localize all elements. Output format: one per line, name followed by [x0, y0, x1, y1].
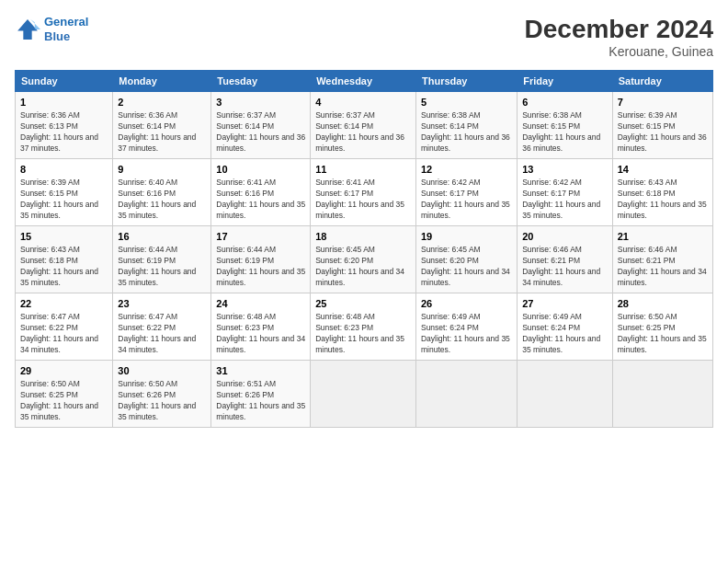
- logo-text: General Blue: [44, 15, 88, 43]
- day-cell: [612, 360, 712, 427]
- col-header-sunday: Sunday: [16, 71, 113, 92]
- header-row: SundayMondayTuesdayWednesdayThursdayFrid…: [16, 71, 713, 92]
- day-number: 7: [618, 96, 708, 109]
- col-header-thursday: Thursday: [415, 71, 517, 92]
- day-cell: 23Sunrise: 6:47 AMSunset: 6:22 PMDayligh…: [113, 293, 211, 360]
- page: General Blue December 2024 Kerouane, Gui…: [0, 0, 728, 563]
- day-number: 9: [118, 163, 206, 177]
- col-header-tuesday: Tuesday: [211, 71, 311, 92]
- day-number: 27: [522, 297, 608, 311]
- day-cell: 14Sunrise: 6:43 AMSunset: 6:18 PMDayligh…: [612, 158, 712, 225]
- day-number: 22: [20, 297, 108, 311]
- day-cell: 31Sunrise: 6:51 AMSunset: 6:26 PMDayligh…: [211, 360, 311, 427]
- day-number: 28: [618, 297, 708, 311]
- logo-icon: [15, 17, 40, 42]
- day-info: Sunrise: 6:36 AMSunset: 6:13 PMDaylight:…: [20, 110, 108, 155]
- day-number: 21: [618, 230, 708, 244]
- day-info: Sunrise: 6:44 AMSunset: 6:19 PMDaylight:…: [118, 245, 206, 289]
- day-number: 16: [118, 230, 206, 244]
- day-info: Sunrise: 6:49 AMSunset: 6:24 PMDaylight:…: [421, 312, 512, 356]
- day-cell: 16Sunrise: 6:44 AMSunset: 6:19 PMDayligh…: [113, 225, 211, 293]
- day-number: 23: [118, 297, 206, 311]
- day-cell: 6Sunrise: 6:38 AMSunset: 6:15 PMDaylight…: [518, 92, 613, 159]
- day-info: Sunrise: 6:37 AMSunset: 6:14 PMDaylight:…: [216, 110, 305, 155]
- day-number: 24: [216, 297, 305, 311]
- day-info: Sunrise: 6:38 AMSunset: 6:14 PMDaylight:…: [421, 110, 512, 155]
- day-cell: 11Sunrise: 6:41 AMSunset: 6:17 PMDayligh…: [311, 158, 416, 225]
- day-number: 17: [216, 230, 305, 244]
- day-cell: 25Sunrise: 6:48 AMSunset: 6:23 PMDayligh…: [311, 293, 416, 360]
- day-cell: 9Sunrise: 6:40 AMSunset: 6:16 PMDaylight…: [113, 158, 211, 225]
- day-cell: 30Sunrise: 6:50 AMSunset: 6:26 PMDayligh…: [113, 360, 211, 427]
- day-cell: 1Sunrise: 6:36 AMSunset: 6:13 PMDaylight…: [16, 92, 113, 159]
- day-info: Sunrise: 6:39 AMSunset: 6:15 PMDaylight:…: [618, 110, 708, 155]
- title-block: December 2024 Kerouane, Guinea: [525, 15, 713, 59]
- main-title: December 2024: [525, 15, 713, 44]
- day-info: Sunrise: 6:41 AMSunset: 6:17 PMDaylight:…: [315, 178, 411, 222]
- day-info: Sunrise: 6:45 AMSunset: 6:20 PMDaylight:…: [421, 245, 512, 289]
- day-cell: 22Sunrise: 6:47 AMSunset: 6:22 PMDayligh…: [16, 293, 113, 360]
- week-row-4: 22Sunrise: 6:47 AMSunset: 6:22 PMDayligh…: [16, 293, 713, 360]
- day-info: Sunrise: 6:49 AMSunset: 6:24 PMDaylight:…: [522, 312, 608, 356]
- week-row-5: 29Sunrise: 6:50 AMSunset: 6:25 PMDayligh…: [16, 360, 713, 427]
- col-header-saturday: Saturday: [612, 71, 712, 92]
- day-cell: 26Sunrise: 6:49 AMSunset: 6:24 PMDayligh…: [415, 293, 517, 360]
- day-info: Sunrise: 6:43 AMSunset: 6:18 PMDaylight:…: [20, 245, 108, 289]
- day-number: 12: [421, 163, 512, 177]
- day-cell: 10Sunrise: 6:41 AMSunset: 6:16 PMDayligh…: [211, 158, 311, 225]
- day-number: 10: [216, 163, 305, 177]
- day-cell: 27Sunrise: 6:49 AMSunset: 6:24 PMDayligh…: [518, 293, 613, 360]
- day-cell: 8Sunrise: 6:39 AMSunset: 6:15 PMDaylight…: [16, 158, 113, 225]
- day-info: Sunrise: 6:51 AMSunset: 6:26 PMDaylight:…: [216, 379, 305, 423]
- day-cell: 12Sunrise: 6:42 AMSunset: 6:17 PMDayligh…: [415, 158, 517, 225]
- day-number: 26: [421, 297, 512, 311]
- day-number: 15: [20, 230, 108, 244]
- header: General Blue December 2024 Kerouane, Gui…: [15, 15, 713, 59]
- day-cell: 28Sunrise: 6:50 AMSunset: 6:25 PMDayligh…: [612, 293, 712, 360]
- col-header-monday: Monday: [113, 71, 211, 92]
- week-row-1: 1Sunrise: 6:36 AMSunset: 6:13 PMDaylight…: [16, 92, 713, 159]
- day-cell: 29Sunrise: 6:50 AMSunset: 6:25 PMDayligh…: [16, 360, 113, 427]
- day-number: 18: [315, 230, 411, 244]
- day-info: Sunrise: 6:36 AMSunset: 6:14 PMDaylight:…: [118, 110, 206, 155]
- week-row-2: 8Sunrise: 6:39 AMSunset: 6:15 PMDaylight…: [16, 158, 713, 225]
- day-number: 20: [522, 230, 608, 244]
- day-cell: 5Sunrise: 6:38 AMSunset: 6:14 PMDaylight…: [415, 92, 517, 159]
- day-number: 30: [118, 364, 206, 378]
- day-number: 1: [20, 96, 108, 109]
- calendar-table: SundayMondayTuesdayWednesdayThursdayFrid…: [15, 70, 713, 428]
- day-info: Sunrise: 6:38 AMSunset: 6:15 PMDaylight:…: [522, 110, 608, 155]
- day-cell: 4Sunrise: 6:37 AMSunset: 6:14 PMDaylight…: [311, 92, 416, 159]
- day-info: Sunrise: 6:50 AMSunset: 6:26 PMDaylight:…: [118, 379, 206, 423]
- day-number: 31: [216, 364, 305, 378]
- day-number: 13: [522, 163, 608, 177]
- day-cell: 7Sunrise: 6:39 AMSunset: 6:15 PMDaylight…: [612, 92, 712, 159]
- day-info: Sunrise: 6:47 AMSunset: 6:22 PMDaylight:…: [118, 312, 206, 356]
- day-cell: 20Sunrise: 6:46 AMSunset: 6:21 PMDayligh…: [518, 225, 613, 293]
- day-info: Sunrise: 6:47 AMSunset: 6:22 PMDaylight:…: [20, 312, 108, 356]
- day-info: Sunrise: 6:48 AMSunset: 6:23 PMDaylight:…: [216, 312, 305, 356]
- week-row-3: 15Sunrise: 6:43 AMSunset: 6:18 PMDayligh…: [16, 225, 713, 293]
- day-number: 4: [315, 96, 411, 109]
- day-cell: 15Sunrise: 6:43 AMSunset: 6:18 PMDayligh…: [16, 225, 113, 293]
- day-cell: 3Sunrise: 6:37 AMSunset: 6:14 PMDaylight…: [211, 92, 311, 159]
- logo: General Blue: [15, 15, 88, 43]
- col-header-friday: Friday: [518, 71, 613, 92]
- day-info: Sunrise: 6:43 AMSunset: 6:18 PMDaylight:…: [618, 178, 708, 222]
- day-cell: [415, 360, 517, 427]
- day-cell: [518, 360, 613, 427]
- day-cell: 18Sunrise: 6:45 AMSunset: 6:20 PMDayligh…: [311, 225, 416, 293]
- day-info: Sunrise: 6:42 AMSunset: 6:17 PMDaylight:…: [421, 178, 512, 222]
- day-info: Sunrise: 6:44 AMSunset: 6:19 PMDaylight:…: [216, 245, 305, 289]
- day-number: 5: [421, 96, 512, 109]
- day-number: 19: [421, 230, 512, 244]
- day-number: 3: [216, 96, 305, 109]
- day-number: 11: [315, 163, 411, 177]
- day-cell: [311, 360, 416, 427]
- day-info: Sunrise: 6:41 AMSunset: 6:16 PMDaylight:…: [216, 178, 305, 222]
- day-cell: 21Sunrise: 6:46 AMSunset: 6:21 PMDayligh…: [612, 225, 712, 293]
- day-number: 8: [20, 163, 108, 177]
- day-cell: 2Sunrise: 6:36 AMSunset: 6:14 PMDaylight…: [113, 92, 211, 159]
- day-info: Sunrise: 6:50 AMSunset: 6:25 PMDaylight:…: [20, 379, 108, 423]
- day-cell: 17Sunrise: 6:44 AMSunset: 6:19 PMDayligh…: [211, 225, 311, 293]
